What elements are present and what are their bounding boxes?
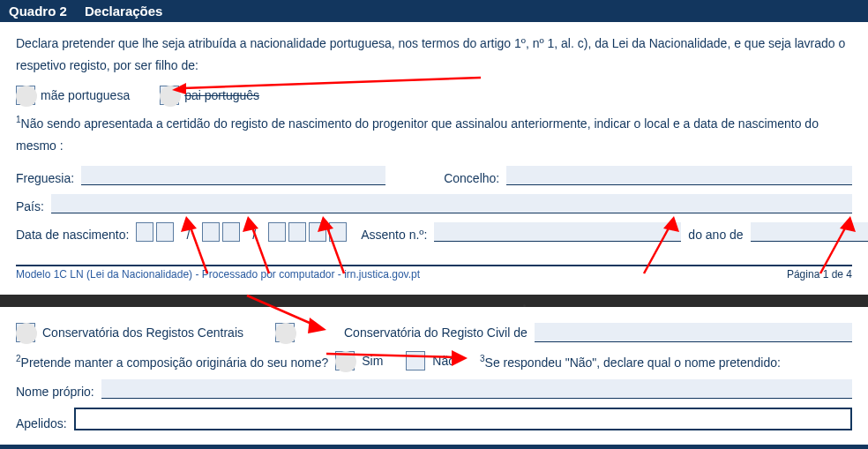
dob-label: Data de nascimento: <box>16 228 129 242</box>
block2-content: Conservatória dos Registos Centrais Cons… <box>0 323 868 445</box>
checkbox-sim[interactable] <box>335 351 355 370</box>
pais-label: País: <box>16 199 44 213</box>
dob-day <box>136 222 174 242</box>
label-crcivil: Conservatória do Registo Civil de <box>344 326 528 340</box>
label-nao: Não <box>432 354 455 368</box>
row-nome-proprio: Nome próprio: <box>16 379 852 399</box>
assento-input[interactable] <box>434 222 681 242</box>
apelidos-input[interactable] <box>74 408 852 430</box>
checkbox-crcivil[interactable] <box>275 323 295 342</box>
row-nome-question: 2Pretende manter a composição originária… <box>16 351 852 370</box>
q3-text: 3Se respondeu "Não", declare qual o nome… <box>480 354 781 370</box>
quadro3-header: Quadro 3 Documentos entregues (preenchim… <box>0 445 868 449</box>
parent-checkbox-row: mãe portuguesa pai português <box>16 86 852 105</box>
dob-y4[interactable] <box>329 222 347 242</box>
crcivil-input[interactable] <box>535 323 852 342</box>
dob-month <box>202 222 240 242</box>
checkbox-pai[interactable] <box>160 86 179 105</box>
checkbox-crc[interactable] <box>16 323 35 342</box>
q2-text: 2Pretende manter a composição originária… <box>16 354 328 370</box>
quadro2-header: Quadro 2 Declarações <box>0 0 868 22</box>
dob-y3[interactable] <box>309 222 326 242</box>
nome-proprio-input[interactable] <box>101 379 852 399</box>
dob-d1[interactable] <box>136 222 153 242</box>
checkbox-nao[interactable] <box>406 351 425 370</box>
row-freguesia-concelho: Freguesia: Concelho: <box>16 166 852 185</box>
dob-m2[interactable] <box>222 222 240 242</box>
quadro2-title: Declarações <box>85 4 162 19</box>
row-conservatoria: Conservatória dos Registos Centrais Cons… <box>16 323 852 342</box>
pais-input[interactable] <box>51 194 852 213</box>
label-mae: mãe portuguesa <box>41 88 130 102</box>
label-sim: Sim <box>362 354 383 368</box>
label-crc: Conservatória dos Registos Centrais <box>42 326 243 340</box>
dob-y1[interactable] <box>268 222 286 242</box>
ano-input[interactable] <box>751 222 868 242</box>
stray-dot <box>523 304 526 307</box>
footer-right: Página 1 de 4 <box>787 268 852 281</box>
ano-label: do ano de <box>688 228 743 242</box>
concelho-label: Concelho: <box>444 171 499 185</box>
dob-m1[interactable] <box>202 222 220 242</box>
note1-text: 1Não sendo apresentada a certidão do reg… <box>16 112 852 157</box>
dob-y2[interactable] <box>288 222 306 242</box>
assento-label: Assento n.º: <box>361 228 427 242</box>
row-apelidos: Apelidos: <box>16 408 852 430</box>
footer-left: Modelo 1C LN (Lei da Nacionalidade) - Pr… <box>16 268 420 281</box>
checkbox-mae[interactable] <box>16 86 35 105</box>
quadro2-number: Quadro 2 <box>9 4 67 19</box>
nome-proprio-label: Nome próprio: <box>16 385 94 399</box>
concelho-input[interactable] <box>506 166 852 185</box>
label-pai: pai português <box>184 88 259 102</box>
dob-d2[interactable] <box>156 222 174 242</box>
quadro2-content: Declara pretender que lhe seja atribuída… <box>0 22 868 261</box>
freguesia-label: Freguesia: <box>16 171 74 185</box>
row-dob-assento: Data de nascimento: / / Assento n.º: do … <box>16 222 852 242</box>
dob-year <box>268 222 347 242</box>
apelidos-label: Apelidos: <box>16 416 67 430</box>
freguesia-input[interactable] <box>81 166 385 185</box>
page-gap <box>0 295 868 307</box>
row-pais: País: <box>16 194 852 213</box>
page-footer: Modelo 1C LN (Lei da Nacionalidade) - Pr… <box>0 266 868 288</box>
declaration-text: Declara pretender que lhe seja atribuída… <box>16 33 852 77</box>
